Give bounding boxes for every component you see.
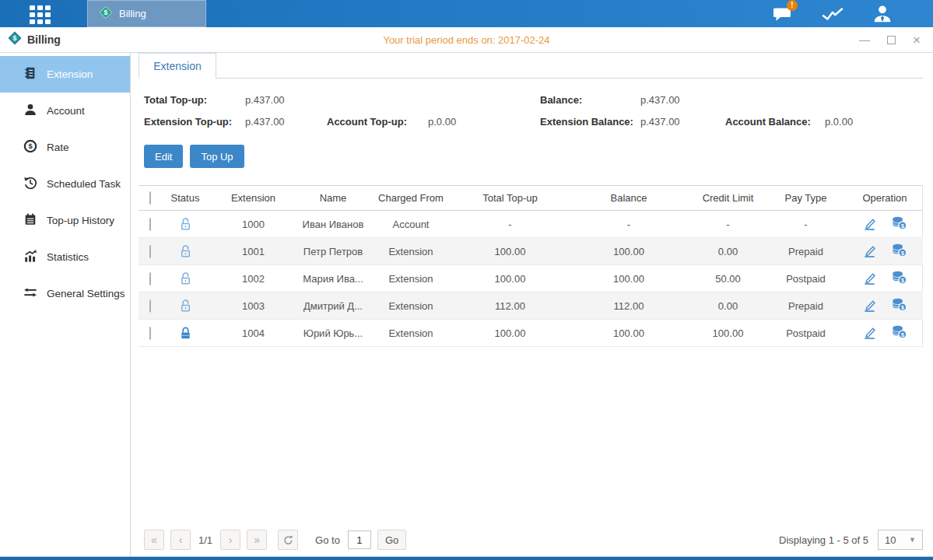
sidebar-item-rate[interactable]: $ Rate xyxy=(0,129,130,166)
total-topup-value: p.437.00 xyxy=(245,94,327,106)
table-row: 1003 Дмитрий Д... Extension 112.00 112.0… xyxy=(139,292,923,320)
page-size-select[interactable]: 10 ▼ xyxy=(878,530,923,550)
balance-cell: - xyxy=(566,211,691,238)
account-topup-value: p.0.00 xyxy=(428,116,540,128)
row-checkbox[interactable] xyxy=(149,272,151,285)
window-bottom-edge xyxy=(0,556,933,560)
table-row: 1000 Иван Иванов Account - - - - $ xyxy=(139,211,923,238)
top-app-bar: $ Billing ! xyxy=(0,0,933,27)
window-title: Billing xyxy=(27,33,61,46)
sidebar-item-topup-history[interactable]: Top-up History xyxy=(0,202,130,239)
row-checkbox[interactable] xyxy=(149,218,151,231)
column-header-total-topup: Total Top-up xyxy=(454,186,566,211)
pay-type-cell: Prepaid xyxy=(765,292,847,320)
sidebar-item-label: Scheduled Task xyxy=(47,178,121,190)
sidebar-item-account[interactable]: Account xyxy=(0,93,130,129)
total-topup-cell: 100.00 xyxy=(454,320,566,347)
sidebar-item-label: General Settings xyxy=(47,288,125,299)
next-page-button[interactable]: › xyxy=(220,530,240,550)
column-header-extension: Extension xyxy=(209,186,298,211)
row-checkbox[interactable] xyxy=(149,299,151,313)
credit-limit-cell: 100.00 xyxy=(691,320,765,347)
edit-row-icon[interactable] xyxy=(862,270,877,287)
charged-from-cell: Account xyxy=(368,211,454,238)
top-up-button[interactable]: Top Up xyxy=(190,145,244,168)
sidebar-item-extension[interactable]: Extension xyxy=(0,56,130,93)
extension-cell: 1003 xyxy=(209,292,298,320)
history-clock-icon xyxy=(23,176,37,192)
notifications-chat-icon[interactable]: ! xyxy=(770,4,796,24)
bar-chart-icon xyxy=(23,249,37,265)
status-cell xyxy=(162,265,209,292)
minimize-icon[interactable]: — xyxy=(859,34,870,45)
reports-chart-icon[interactable] xyxy=(819,4,846,24)
app-tab-label: Billing xyxy=(119,8,146,19)
top-up-row-icon[interactable]: $ xyxy=(891,243,907,260)
total-topup-cell: 112.00 xyxy=(454,292,566,320)
svg-text:$: $ xyxy=(901,278,904,284)
locked-icon xyxy=(178,326,193,338)
extension-topup-label: Extension Top-up: xyxy=(144,116,245,128)
column-header-name: Name xyxy=(298,186,368,211)
extension-balance-label: Extension Balance: xyxy=(540,116,640,128)
status-cell xyxy=(162,292,209,320)
svg-text:$: $ xyxy=(13,34,17,42)
extension-balance-value: p.437.00 xyxy=(640,116,725,128)
refresh-button[interactable] xyxy=(278,530,298,550)
edit-row-icon[interactable] xyxy=(862,215,877,233)
total-topup-cell: 100.00 xyxy=(454,238,566,265)
close-icon[interactable]: × xyxy=(913,33,921,47)
edit-row-icon[interactable] xyxy=(862,297,877,314)
user-account-icon[interactable] xyxy=(869,4,896,24)
select-all-checkbox[interactable] xyxy=(149,191,151,205)
sidebar-item-label: Statistics xyxy=(47,251,89,263)
previous-page-button[interactable]: ‹ xyxy=(170,530,191,550)
name-cell: Петр Петров xyxy=(298,238,368,265)
pay-type-cell: Postpaid xyxy=(765,265,847,292)
account-balance-label: Account Balance: xyxy=(725,116,825,128)
top-up-row-icon[interactable]: $ xyxy=(891,215,907,233)
name-cell: Юрий Юрь... xyxy=(298,320,368,347)
sidebar-item-scheduled-task[interactable]: Scheduled Task xyxy=(0,166,130,202)
column-header-balance: Balance xyxy=(566,186,691,211)
window-title-bar: $ Billing Your trial period ends on: 201… xyxy=(0,27,933,53)
column-header-pay-type: Pay Type xyxy=(765,186,847,211)
first-page-button[interactable]: « xyxy=(144,530,164,550)
tab-extension[interactable]: Extension xyxy=(139,53,216,79)
svg-text:$: $ xyxy=(901,223,904,229)
calendar-icon xyxy=(23,212,37,229)
sidebar-item-general-settings[interactable]: General Settings xyxy=(0,275,130,312)
top-up-row-icon[interactable]: $ xyxy=(891,297,907,314)
sidebar-item-statistics[interactable]: Statistics xyxy=(0,239,130,275)
total-topup-label: Total Top-up: xyxy=(144,94,245,106)
balance-cell: 100.00 xyxy=(566,238,691,265)
balance-cell: 112.00 xyxy=(566,292,691,320)
status-cell xyxy=(162,320,209,347)
maximize-icon[interactable] xyxy=(887,36,896,44)
column-header-status: Status xyxy=(162,186,209,211)
edit-button[interactable]: Edit xyxy=(144,145,183,168)
last-page-button[interactable]: » xyxy=(247,530,267,550)
name-cell: Дмитрий Д... xyxy=(298,292,368,320)
table-row: 1002 Мария Ива... Extension 100.00 100.0… xyxy=(139,265,923,292)
page-size-value: 10 xyxy=(885,534,896,546)
edit-row-icon[interactable] xyxy=(862,243,877,260)
sliders-icon xyxy=(23,285,37,302)
top-up-row-icon[interactable]: $ xyxy=(891,270,907,287)
charged-from-cell: Extension xyxy=(368,238,454,265)
top-up-row-icon[interactable]: $ xyxy=(891,324,907,341)
row-checkbox[interactable] xyxy=(149,327,151,340)
go-button[interactable]: Go xyxy=(377,530,406,550)
app-tab-billing[interactable]: $ Billing xyxy=(87,0,206,27)
row-checkbox[interactable] xyxy=(149,245,151,258)
chevron-down-icon: ▼ xyxy=(909,536,916,544)
edit-row-icon[interactable] xyxy=(862,324,877,341)
svg-text:$: $ xyxy=(104,9,108,16)
extension-cell: 1001 xyxy=(209,238,298,265)
extension-cell: 1000 xyxy=(209,211,298,238)
sidebar-item-label: Extension xyxy=(47,68,93,80)
app-grid-menu-icon[interactable] xyxy=(30,5,53,29)
goto-page-input[interactable] xyxy=(348,530,371,549)
goto-label: Go to xyxy=(315,534,340,546)
column-header-charged-from: Charged From xyxy=(368,186,454,211)
